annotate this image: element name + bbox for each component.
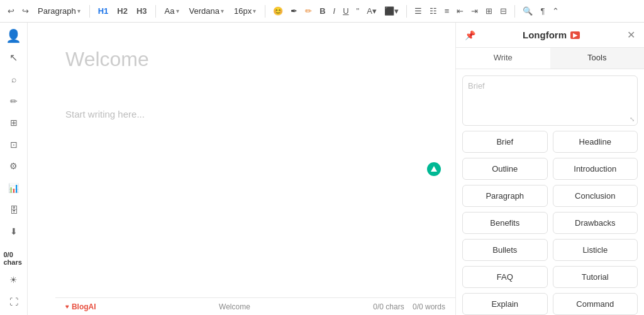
cursor-icon[interactable]: ↖ [4,50,24,67]
panel-title: Longform [523,30,567,40]
tools-row-7: Explain Command [462,293,638,315]
status-bar-center: Welcome [96,302,374,311]
paragraph-tool-button[interactable]: Paragraph [462,185,548,207]
pen-icon-button[interactable]: ✒ [288,5,300,17]
h1-button[interactable]: H1 [95,5,112,17]
font-size-label: Aa [165,6,175,16]
template-icon[interactable]: ⊡ [4,136,24,153]
fullscreen-icon[interactable]: ⛶ [4,293,24,310]
tab-tools[interactable]: Tools [550,48,645,69]
gear-icon[interactable]: ⚙ [4,158,24,175]
format-button[interactable]: ⌃ [550,5,562,17]
font-size-px-label: 16px [234,6,252,16]
underline-button[interactable]: U [340,5,351,17]
emoji-button[interactable]: 😊 [270,5,286,17]
chevron-down-icon: ▾ [221,8,224,14]
search-tool-icon[interactable]: ⌕ [4,71,24,88]
expand-icon: ⤡ [630,116,635,123]
close-panel-button[interactable]: ✕ [627,29,635,41]
status-bar-left: ♥ BlogAI [65,302,96,311]
table1-button[interactable]: ⊞ [483,5,495,17]
redo-button[interactable]: ↪ [19,5,31,17]
brightness-icon[interactable]: ☀ [4,272,24,289]
separator [406,5,407,18]
chart-icon[interactable]: 📊 [4,180,24,197]
h2-button[interactable]: H2 [114,5,131,17]
list-ul-button[interactable]: ☰ [412,5,425,17]
pilcrow-button[interactable]: ¶ [538,5,547,17]
benefits-tool-button[interactable]: Benefits [462,212,548,234]
tools-row-3: Paragraph Conclusion [462,185,638,207]
brief-tool-button[interactable]: Brief [462,131,548,153]
editor-area[interactable]: Welcome Start writing here... [28,23,455,315]
tools-row-5: Bullets Listicle [462,239,638,261]
font-size-dropdown[interactable]: Aa ▾ [161,5,183,17]
drawbacks-tool-button[interactable]: Drawbacks [553,212,638,234]
explain-tool-button[interactable]: Explain [462,293,548,315]
editor-content: Welcome Start writing here... [28,23,455,145]
blogai-logo[interactable]: BlogAI [72,302,96,311]
undo-button[interactable]: ↩ [5,5,17,17]
language-selector[interactable]: 0/0 chars [4,250,24,267]
indent-button[interactable]: ⇥ [469,5,480,17]
ai-cursor-indicator [427,162,441,176]
separator [514,5,515,18]
editor-wrapper: Welcome Start writing here... ♥ BlogAI W… [28,23,455,315]
faq-tool-button[interactable]: FAQ [462,266,548,288]
editor-placeholder: Start writing here... [65,109,418,119]
pin-icon[interactable]: 📌 [465,30,475,40]
status-bar: ♥ BlogAI Welcome 0/0 chars 0/0 words [55,297,455,315]
highlight-button[interactable]: ✏ [303,5,314,17]
brief-textarea[interactable]: Brief ⤡ [462,75,638,126]
separator [89,5,90,18]
panel-title-row: Longform ▶ [523,30,580,40]
search-button[interactable]: 🔍 [520,5,535,17]
chars-count: 0/0 chars [373,302,404,311]
separator [155,5,156,18]
edit-tool-icon[interactable]: ✏ [4,93,24,110]
table2-button[interactable]: ⊟ [497,5,509,17]
avatar-icon[interactable]: 👤 [4,28,24,45]
list-ol-button[interactable]: ☷ [427,5,440,17]
panel-header: 📌 Longform ▶ ✕ [456,23,644,48]
tools-row-1: Brief Headline [462,131,638,153]
bold-button[interactable]: B [317,5,328,17]
panel-tabs: Write Tools [456,48,644,69]
h3-button[interactable]: H3 [133,5,150,17]
brief-placeholder: Brief [468,81,485,91]
outdent-button[interactable]: ⇤ [454,5,466,17]
download-icon[interactable]: ⬇ [4,223,24,240]
introduction-tool-button[interactable]: Introduction [553,158,638,180]
doc-title-status: Welcome [219,302,250,311]
bg-color-button[interactable]: ⬛▾ [382,5,401,17]
storage-icon[interactable]: 🗄 [4,201,24,218]
font-family-dropdown[interactable]: Verdana ▾ [186,5,228,17]
text-color-button[interactable]: A▾ [364,5,379,17]
words-count: 0/0 words [413,302,445,311]
tools-grid: Brief Headline Outline Introduction Para… [456,131,644,315]
heart-icon: ♥ [65,303,69,310]
paragraph-dropdown[interactable]: Paragraph ▾ [34,5,84,17]
apps-icon[interactable]: ⊞ [4,114,24,131]
command-tool-button[interactable]: Command [553,293,638,315]
tools-row-6: FAQ Tutorial [462,266,638,288]
listicle-tool-button[interactable]: Listicle [553,239,638,261]
tools-row-4: Benefits Drawbacks [462,212,638,234]
chevron-down-icon: ▾ [176,8,179,14]
chevron-down-icon: ▾ [253,8,256,14]
tab-write[interactable]: Write [456,48,550,69]
left-sidebar: 👤 ↖ ⌕ ✏ ⊞ ⊡ ⚙ 📊 🗄 ⬇ 0/0 chars ☀ ⛶ [0,23,28,315]
font-size-px-dropdown[interactable]: 16px ▾ [230,5,260,17]
quote-button[interactable]: " [354,5,362,17]
align-button[interactable]: ≡ [442,5,452,17]
bullets-tool-button[interactable]: Bullets [462,239,548,261]
main-container: 👤 ↖ ⌕ ✏ ⊞ ⊡ ⚙ 📊 🗄 ⬇ 0/0 chars ☀ ⛶ Welcom… [0,23,644,315]
tutorial-tool-button[interactable]: Tutorial [553,266,638,288]
italic-button[interactable]: I [331,5,338,17]
conclusion-tool-button[interactable]: Conclusion [553,185,638,207]
headline-tool-button[interactable]: Headline [553,131,638,153]
toolbar: ↩ ↪ Paragraph ▾ H1 H2 H3 Aa ▾ Verdana ▾ … [0,0,644,23]
paragraph-label: Paragraph [38,6,76,16]
outline-tool-button[interactable]: Outline [462,158,548,180]
document-title: Welcome [65,48,418,71]
